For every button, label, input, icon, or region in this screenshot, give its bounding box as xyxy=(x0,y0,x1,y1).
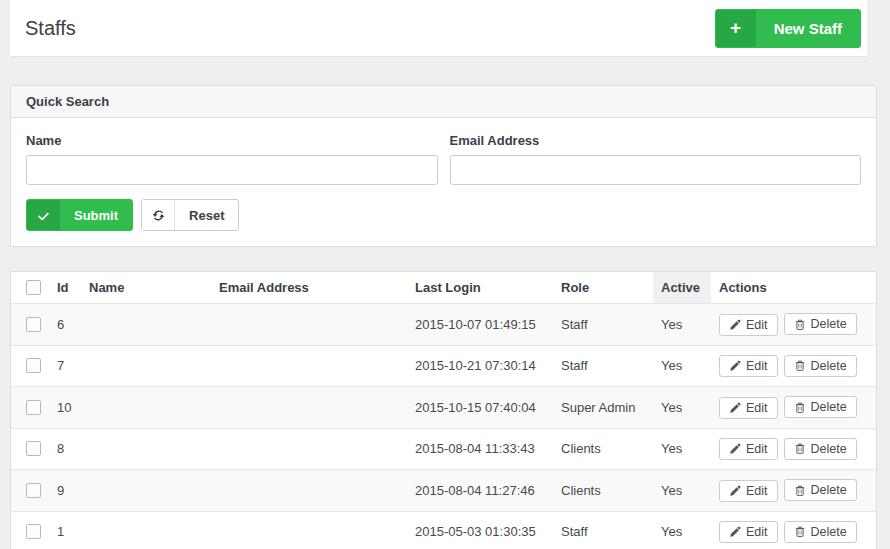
name-field-group: Name xyxy=(26,133,438,185)
edit-button[interactable]: Edit xyxy=(719,355,778,377)
cell-id: 6 xyxy=(49,304,81,346)
cell-active: Yes xyxy=(653,345,711,387)
edit-button[interactable]: Edit xyxy=(719,480,778,502)
cell-role: Clients xyxy=(553,428,653,470)
check-icon xyxy=(27,200,60,230)
cell-last-login: 2015-10-07 01:49:15 xyxy=(407,304,553,346)
delete-label: Delete xyxy=(811,483,847,497)
trash-icon xyxy=(794,442,806,455)
cell-email xyxy=(211,470,407,512)
submit-button[interactable]: Submit xyxy=(26,199,133,231)
delete-label: Delete xyxy=(811,359,847,373)
cell-last-login: 2015-10-15 07:40:04 xyxy=(407,387,553,429)
table-row: 1 2015-05-03 01:30:35 Staff Yes Edit xyxy=(11,511,876,549)
column-header-id[interactable]: Id xyxy=(49,272,81,304)
column-header-name[interactable]: Name xyxy=(81,272,211,304)
cell-active: Yes xyxy=(653,470,711,512)
email-input[interactable] xyxy=(450,155,862,185)
table-row: 9 2015-08-04 11:27:46 Clients Yes Edit xyxy=(11,470,876,512)
row-checkbox[interactable] xyxy=(26,400,41,415)
cell-email xyxy=(211,304,407,346)
row-select-cell xyxy=(11,387,49,429)
edit-button[interactable]: Edit xyxy=(719,521,778,543)
pencil-icon xyxy=(729,360,741,372)
cell-role: Staff xyxy=(553,304,653,346)
select-all-cell xyxy=(11,272,49,304)
row-select-cell xyxy=(11,304,49,346)
table-row: 8 2015-08-04 11:33:43 Clients Yes Edit xyxy=(11,428,876,470)
row-checkbox[interactable] xyxy=(26,483,41,498)
email-label: Email Address xyxy=(450,133,862,148)
cell-active: Yes xyxy=(653,428,711,470)
page-title: Staffs xyxy=(25,17,76,40)
cell-actions: Edit Delete xyxy=(711,387,876,429)
trash-icon xyxy=(794,318,806,331)
cell-name xyxy=(81,470,211,512)
delete-label: Delete xyxy=(811,525,847,539)
reset-button[interactable]: Reset xyxy=(141,199,239,231)
cell-role: Clients xyxy=(553,470,653,512)
column-header-email[interactable]: Email Address xyxy=(211,272,407,304)
page-header: Staffs + New Staff xyxy=(10,0,867,57)
column-header-actions: Actions xyxy=(711,272,876,304)
edit-button[interactable]: Edit xyxy=(719,438,778,460)
row-checkbox[interactable] xyxy=(26,524,41,539)
row-select-cell xyxy=(11,511,49,549)
edit-label: Edit xyxy=(746,525,768,539)
column-header-role[interactable]: Role xyxy=(553,272,653,304)
cell-email xyxy=(211,345,407,387)
pencil-icon xyxy=(729,319,741,331)
cell-actions: Edit Delete xyxy=(711,345,876,387)
pencil-icon xyxy=(729,526,741,538)
delete-label: Delete xyxy=(811,317,847,331)
cell-actions: Edit Delete xyxy=(711,304,876,346)
quick-search-body: Name Email Address Submit xyxy=(11,118,876,246)
quick-search-title: Quick Search xyxy=(11,86,876,118)
new-staff-button[interactable]: + New Staff xyxy=(715,9,861,48)
select-all-checkbox[interactable] xyxy=(26,280,41,295)
cell-email xyxy=(211,428,407,470)
staff-table-panel: Id Name Email Address Last Login Role Ac… xyxy=(10,271,877,549)
cell-last-login: 2015-08-04 11:27:46 xyxy=(407,470,553,512)
row-select-cell xyxy=(11,345,49,387)
cell-actions: Edit Delete xyxy=(711,428,876,470)
new-staff-label: New Staff xyxy=(756,10,860,47)
edit-label: Edit xyxy=(746,442,768,456)
delete-label: Delete xyxy=(811,400,847,414)
reset-label: Reset xyxy=(175,200,238,230)
edit-label: Edit xyxy=(746,484,768,498)
row-checkbox[interactable] xyxy=(26,317,41,332)
cell-last-login: 2015-05-03 01:30:35 xyxy=(407,511,553,549)
delete-button[interactable]: Delete xyxy=(784,479,857,501)
cell-name xyxy=(81,304,211,346)
plus-icon: + xyxy=(716,10,756,47)
name-input[interactable] xyxy=(26,155,438,185)
delete-button[interactable]: Delete xyxy=(784,396,857,418)
delete-button[interactable]: Delete xyxy=(784,313,857,335)
edit-button[interactable]: Edit xyxy=(719,314,778,336)
cell-name xyxy=(81,428,211,470)
cell-name xyxy=(81,345,211,387)
column-header-last-login[interactable]: Last Login xyxy=(407,272,553,304)
trash-icon xyxy=(794,484,806,497)
cell-email xyxy=(211,387,407,429)
cell-role: Staff xyxy=(553,511,653,549)
delete-label: Delete xyxy=(811,442,847,456)
edit-button[interactable]: Edit xyxy=(719,397,778,419)
trash-icon xyxy=(794,359,806,372)
row-checkbox[interactable] xyxy=(26,358,41,373)
column-header-active[interactable]: Active xyxy=(653,272,711,304)
table-header-row: Id Name Email Address Last Login Role Ac… xyxy=(11,272,876,304)
pencil-icon xyxy=(729,402,741,414)
table-row: 10 2015-10-15 07:40:04 Super Admin Yes E… xyxy=(11,387,876,429)
delete-button[interactable]: Delete xyxy=(784,521,857,543)
cell-active: Yes xyxy=(653,387,711,429)
delete-button[interactable]: Delete xyxy=(784,438,857,460)
row-checkbox[interactable] xyxy=(26,441,41,456)
cell-active: Yes xyxy=(653,304,711,346)
pencil-icon xyxy=(729,443,741,455)
delete-button[interactable]: Delete xyxy=(784,355,857,377)
table-body: 6 2015-10-07 01:49:15 Staff Yes Edit xyxy=(11,304,876,549)
trash-icon xyxy=(794,401,806,414)
cell-id: 10 xyxy=(49,387,81,429)
